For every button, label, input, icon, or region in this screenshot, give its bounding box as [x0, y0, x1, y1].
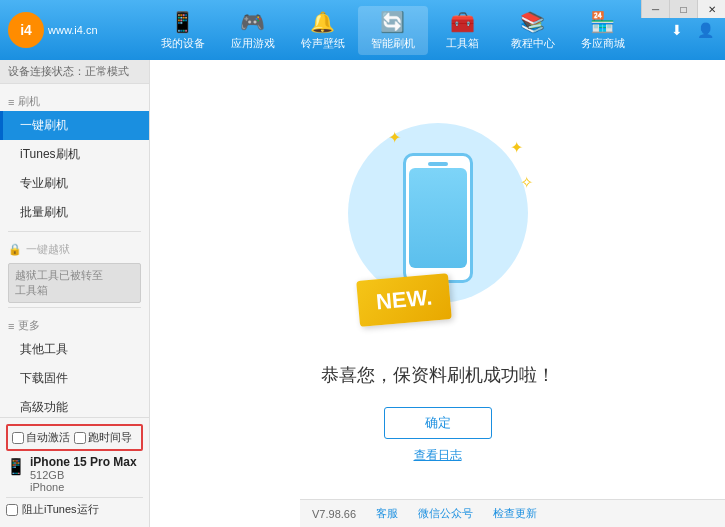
nav-tutorial[interactable]: 📚 教程中心 [498, 6, 568, 55]
sidebar-item-download-firmware[interactable]: 下载固件 [0, 364, 149, 393]
sparkle-icon-3: ✦ [388, 128, 401, 147]
apps-games-icon: 🎮 [240, 10, 265, 34]
nav-service[interactable]: 🏪 务应商城 [568, 6, 638, 55]
section-flash-icon: ≡ [8, 96, 14, 108]
window-title-bar: ─ □ ✕ [641, 0, 725, 18]
new-ribbon-text: NEW. [356, 273, 452, 327]
new-badge: NEW. [358, 277, 450, 323]
sidebar-item-pro-flash[interactable]: 专业刷机 [0, 169, 149, 198]
device-item: 📱 iPhone 15 Pro Max 512GB iPhone [6, 451, 143, 497]
nav-my-device[interactable]: 📱 我的设备 [148, 6, 218, 55]
my-device-icon: 📱 [170, 10, 195, 34]
download-button[interactable]: ⬇ [665, 18, 689, 42]
confirm-button[interactable]: 确定 [384, 407, 492, 439]
divider-1 [8, 231, 141, 232]
device-name: iPhone 15 Pro Max [30, 455, 137, 469]
footer-link-update[interactable]: 检查更新 [493, 506, 537, 521]
sidebar-item-itunes-flash[interactable]: iTunes刷机 [0, 140, 149, 169]
service-icon: 🏪 [590, 10, 615, 34]
nav-ringtone[interactable]: 🔔 铃声壁纸 [288, 6, 358, 55]
nav-smart-flash[interactable]: 🔄 智能刷机 [358, 6, 428, 55]
version-label: V7.98.66 [312, 508, 356, 520]
maximize-button[interactable]: □ [669, 0, 697, 18]
device-info: iPhone 15 Pro Max 512GB iPhone [30, 455, 137, 493]
close-button[interactable]: ✕ [697, 0, 725, 18]
jailbreak-disabled-note: 越狱工具已被转至工具箱 [8, 263, 141, 303]
phone-notch [428, 162, 448, 166]
section-more: ≡ 更多 [0, 312, 149, 335]
logo-area: i4 www.i4.cn [0, 12, 120, 48]
footer: V7.98.66 客服 微信公众号 检查更新 [300, 499, 725, 527]
ringtone-icon: 🔔 [310, 10, 335, 34]
sidebar-item-advanced[interactable]: 高级功能 [0, 393, 149, 417]
phone-shape [403, 153, 473, 283]
section-jailbreak: 🔒 一键越狱 [0, 236, 149, 259]
time-guide-input[interactable] [74, 432, 86, 444]
sparkle-icon-2: ✧ [520, 173, 533, 192]
content-area: ✦ ✧ ✦ NEW. 恭喜您，保资料刷机成功啦！ 确定 查看日志 V7.98.6… [150, 60, 725, 527]
time-guide-checkbox[interactable]: 跑时间导 [74, 430, 132, 445]
minimize-button[interactable]: ─ [641, 0, 669, 18]
sidebar-bottom: 自动激活 跑时间导 📱 iPhone 15 Pro Max 512GB iPho… [0, 417, 149, 527]
phone-illustration: ✦ ✧ ✦ NEW. [338, 123, 538, 343]
footer-link-client[interactable]: 客服 [376, 506, 398, 521]
footer-link-wechat[interactable]: 微信公众号 [418, 506, 473, 521]
header: i4 www.i4.cn 📱 我的设备 🎮 应用游戏 🔔 铃声壁纸 🔄 智能刷机… [0, 0, 725, 60]
itunes-row: 阻止iTunes运行 [6, 497, 143, 521]
auto-options-row: 自动激活 跑时间导 [6, 424, 143, 451]
itunes-label: 阻止iTunes运行 [22, 502, 99, 517]
header-right: ⬇ 👤 [665, 18, 725, 42]
main-layout: 设备连接状态：正常模式 ≡ 刷机 一键刷机 iTunes刷机 专业刷机 批量刷机 [0, 60, 725, 527]
lock-icon: 🔒 [8, 243, 22, 256]
device-type: iPhone [30, 481, 137, 493]
divider-2 [8, 307, 141, 308]
sidebar-item-one-key-flash[interactable]: 一键刷机 [0, 111, 149, 140]
section-more-icon: ≡ [8, 320, 14, 332]
toolbox-icon: 🧰 [450, 10, 475, 34]
navigation-tabs: 📱 我的设备 🎮 应用游戏 🔔 铃声壁纸 🔄 智能刷机 🧰 工具箱 📚 教程中心… [120, 6, 665, 55]
section-flash: ≡ 刷机 [0, 88, 149, 111]
sidebar-item-other-tools[interactable]: 其他工具 [0, 335, 149, 364]
user-button[interactable]: 👤 [693, 18, 717, 42]
device-phone-icon: 📱 [6, 457, 26, 476]
smart-flash-icon: 🔄 [380, 10, 405, 34]
sparkle-icon-1: ✦ [510, 138, 523, 157]
device-storage: 512GB [30, 469, 137, 481]
log-link[interactable]: 查看日志 [414, 447, 462, 464]
tutorial-icon: 📚 [520, 10, 545, 34]
phone-screen [409, 168, 467, 268]
sidebar-item-batch-flash[interactable]: 批量刷机 [0, 198, 149, 227]
logo-icon: i4 [8, 12, 44, 48]
nav-toolbox[interactable]: 🧰 工具箱 [428, 6, 498, 55]
logo-text: www.i4.cn [48, 23, 98, 37]
sidebar: 设备连接状态：正常模式 ≡ 刷机 一键刷机 iTunes刷机 专业刷机 批量刷机 [0, 60, 150, 527]
nav-apps-games[interactable]: 🎮 应用游戏 [218, 6, 288, 55]
breadcrumb: 设备连接状态：正常模式 [0, 60, 149, 84]
itunes-checkbox[interactable] [6, 504, 18, 516]
auto-activate-checkbox[interactable]: 自动激活 [12, 430, 70, 445]
success-message: 恭喜您，保资料刷机成功啦！ [321, 363, 555, 387]
sidebar-content: ≡ 刷机 一键刷机 iTunes刷机 专业刷机 批量刷机 🔒 一键越狱 [0, 84, 149, 417]
auto-activate-input[interactable] [12, 432, 24, 444]
